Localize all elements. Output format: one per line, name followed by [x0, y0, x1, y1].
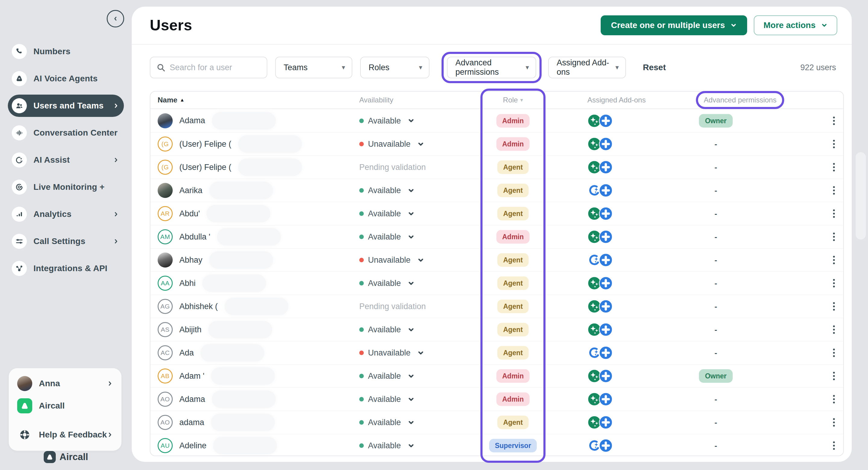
- assigned-addons-filter-dropdown[interactable]: Assigned Add-ons ▾: [548, 57, 626, 78]
- advanced-permissions-cell: -: [687, 232, 744, 242]
- chevron-down-icon[interactable]: [417, 349, 424, 356]
- sidebar-item-conversation-center[interactable]: Conversation Center: [8, 122, 124, 144]
- row-menu-button[interactable]: [828, 325, 840, 334]
- sidebar-item-label: Live Monitoring +: [33, 182, 104, 192]
- table-row[interactable]: AU Adeline Available Supervisor -: [150, 434, 843, 457]
- row-menu-button[interactable]: [828, 232, 840, 241]
- table-row[interactable]: (G (User) Felipe ( Unavailable Admin -: [150, 132, 843, 155]
- availability-cell[interactable]: Available: [359, 418, 415, 427]
- availability-cell[interactable]: Unavailable: [359, 139, 424, 149]
- table-row[interactable]: AR Abdu' Available Agent -: [150, 202, 843, 225]
- table-row[interactable]: AA Abhi Available Agent -: [150, 272, 843, 295]
- table-row[interactable]: Aarika Available Agent -: [150, 179, 843, 202]
- search-input[interactable]: [170, 63, 261, 72]
- scrollbar-thumb[interactable]: [856, 152, 866, 240]
- sidebar-item-users-and-teams[interactable]: Users and Teams: [8, 95, 124, 117]
- sidebar-item-label: Conversation Center: [33, 128, 118, 138]
- chevron-down-icon[interactable]: [407, 326, 415, 333]
- chevron-down-icon[interactable]: [407, 117, 415, 124]
- more-actions-button[interactable]: More actions: [754, 15, 837, 35]
- column-header-name[interactable]: Name ▲: [158, 96, 184, 104]
- user-name: Abijith: [179, 325, 202, 335]
- table-row[interactable]: AB Adam ' Available Admin Owner: [150, 364, 843, 387]
- roles-filter-dropdown[interactable]: Roles ▾: [360, 57, 430, 78]
- sidebar-item-live-monitoring[interactable]: Live Monitoring +: [8, 176, 124, 198]
- addons-cell: [587, 392, 613, 406]
- chevron-down-icon[interactable]: [407, 419, 415, 426]
- chevron-down-icon[interactable]: [417, 256, 424, 263]
- table-row[interactable]: AG Abhishek ( Pending validation Agent -: [150, 295, 843, 318]
- chevron-down-icon[interactable]: [407, 210, 415, 217]
- caret-down-icon: ▾: [419, 64, 422, 71]
- availability-cell[interactable]: Unavailable: [359, 255, 424, 265]
- table-row[interactable]: (G (User) Felipe ( Pending validation Ag…: [150, 155, 843, 179]
- availability-cell[interactable]: Available: [359, 395, 415, 404]
- table-row[interactable]: AM Abdulla ' Available Admin -: [150, 225, 843, 248]
- row-menu-button[interactable]: [828, 349, 840, 357]
- chevron-down-icon[interactable]: [417, 140, 424, 148]
- sidebar-item-integrations-api[interactable]: Integrations & API: [8, 257, 124, 280]
- name-cell: Adama: [158, 112, 276, 130]
- user-name: Abhishek (: [179, 302, 218, 311]
- permission-dash: -: [715, 163, 717, 172]
- row-menu-button[interactable]: [828, 418, 840, 427]
- chevron-down-icon[interactable]: [407, 280, 415, 287]
- availability-cell[interactable]: Available: [359, 186, 415, 195]
- reset-filters-link[interactable]: Reset: [643, 63, 666, 72]
- footer-item-aircall[interactable]: Aircall: [12, 395, 118, 417]
- chevron-down-icon[interactable]: [407, 372, 415, 380]
- sidebar-item-ai-voice-agents[interactable]: AI Voice Agents: [8, 67, 124, 90]
- table-row[interactable]: Adama Available Admin Owner: [150, 109, 843, 132]
- availability-cell[interactable]: Available: [359, 441, 415, 450]
- row-menu-button[interactable]: [828, 441, 840, 450]
- availability-cell[interactable]: Pending validation: [359, 302, 426, 311]
- availability-cell[interactable]: Available: [359, 372, 415, 381]
- row-menu-button[interactable]: [828, 140, 840, 148]
- table-row[interactable]: AO adama Available Agent -: [150, 411, 843, 434]
- owner-badge: Owner: [699, 114, 733, 127]
- availability-label: Unavailable: [368, 139, 410, 149]
- availability-cell[interactable]: Available: [359, 232, 415, 242]
- availability-cell[interactable]: Pending validation: [359, 163, 426, 172]
- sidebar-item-numbers[interactable]: Numbers: [8, 40, 124, 63]
- chevron-down-icon[interactable]: [407, 187, 415, 194]
- row-menu-button[interactable]: [828, 279, 840, 287]
- footer-item-anna[interactable]: Anna: [12, 372, 118, 395]
- row-menu-button[interactable]: [828, 117, 840, 125]
- sidebar-item-call-settings[interactable]: Call Settings: [8, 230, 124, 252]
- availability-cell[interactable]: Available: [359, 325, 415, 335]
- advanced-permissions-filter-dropdown[interactable]: Advanced permissions ▾: [447, 57, 536, 78]
- row-menu-button[interactable]: [828, 372, 840, 380]
- availability-cell[interactable]: Available: [359, 209, 415, 218]
- create-users-button[interactable]: Create one or multiple users: [601, 15, 747, 35]
- availability-cell[interactable]: Available: [359, 279, 415, 288]
- row-menu-button[interactable]: [828, 395, 840, 403]
- availability-cell[interactable]: Unavailable: [359, 348, 424, 357]
- sidebar-collapse-button[interactable]: [107, 10, 124, 27]
- caret-down-icon: ▾: [520, 97, 523, 103]
- main-panel: Users Create one or multiple users More …: [132, 7, 852, 462]
- column-header-role[interactable]: Role ▾: [480, 96, 546, 104]
- row-menu-button[interactable]: [828, 186, 840, 195]
- call-settings-icon: [12, 234, 27, 249]
- availability-cell[interactable]: Available: [359, 116, 415, 125]
- teams-filter-dropdown[interactable]: Teams ▾: [275, 57, 352, 78]
- table-row[interactable]: AO Adama Available Admin -: [150, 387, 843, 411]
- table-row[interactable]: AS Abijith Available Agent -: [150, 318, 843, 341]
- table-row[interactable]: Abhay Unavailable Agent -: [150, 248, 843, 272]
- row-menu-button[interactable]: [828, 209, 840, 218]
- row-menu-button[interactable]: [828, 163, 840, 171]
- chevron-down-icon[interactable]: [407, 233, 415, 241]
- footer-item-help-feedback[interactable]: Help & Feedback: [12, 424, 118, 446]
- sidebar-item-ai-assist[interactable]: AI Assist: [8, 149, 124, 171]
- sidebar-item-analytics[interactable]: Analytics: [8, 203, 124, 225]
- chevron-down-icon[interactable]: [407, 442, 415, 449]
- table-row[interactable]: AC Ada Unavailable Agent -: [150, 341, 843, 364]
- addon-plus-icon: [599, 300, 613, 313]
- user-name: Ada: [179, 348, 194, 357]
- row-menu-button[interactable]: [828, 256, 840, 264]
- name-cell: AS Abijith: [158, 321, 272, 338]
- user-search[interactable]: [150, 57, 267, 78]
- row-menu-button[interactable]: [828, 302, 840, 311]
- chevron-down-icon[interactable]: [407, 396, 415, 403]
